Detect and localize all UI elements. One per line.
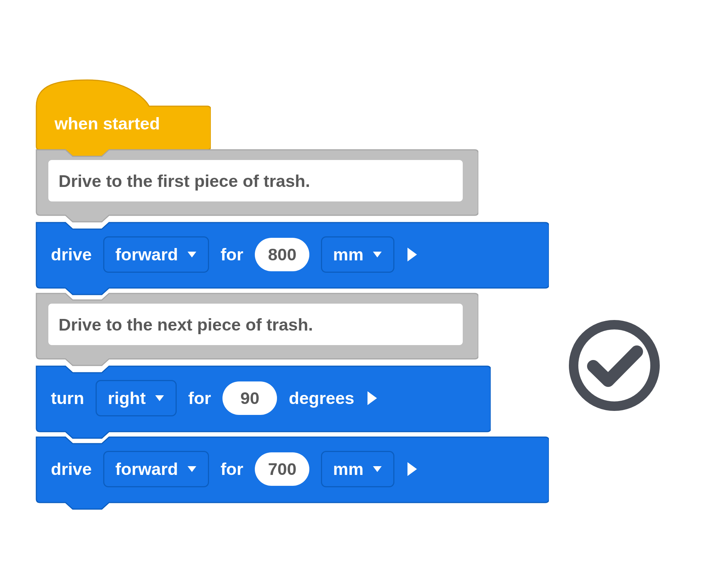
drive1-direction-value: forward [115, 244, 178, 264]
drive1-for-label: for [221, 244, 244, 264]
turn-block[interactable]: turn right for 90 degrees [33, 359, 491, 437]
dropdown-icon [372, 465, 382, 473]
stack-tail [33, 501, 549, 523]
drive2-cmd-label: drive [51, 459, 92, 479]
drive1-direction-dropdown[interactable]: forward [103, 236, 209, 273]
comment-text-1[interactable]: Drive to the first piece of trash. [47, 159, 464, 203]
dropdown-icon [154, 395, 165, 402]
turn-cmd-label: turn [51, 388, 84, 408]
drive-block-2[interactable]: drive forward for 700 mm [33, 430, 549, 508]
expand-icon[interactable] [406, 461, 419, 477]
drive2-for-label: for [221, 459, 244, 479]
drive1-value-input[interactable]: 800 [255, 238, 309, 271]
expand-icon[interactable] [366, 390, 379, 407]
turn-direction-dropdown[interactable]: right [96, 380, 176, 416]
comment-text-2[interactable]: Drive to the next piece of trash. [47, 303, 464, 346]
drive-block-1[interactable]: drive forward for 800 mm [33, 215, 549, 293]
comment-block-1[interactable]: Drive to the first piece of trash. [33, 143, 478, 223]
dropdown-icon [187, 465, 197, 473]
drive1-unit-value: mm [333, 244, 364, 264]
turn-direction-value: right [108, 388, 145, 408]
turn-degrees-label: degrees [289, 388, 354, 408]
dropdown-icon [372, 251, 382, 258]
drive2-unit-value: mm [333, 459, 364, 479]
comment-block-2[interactable]: Drive to the next piece of trash. [33, 286, 478, 366]
drive1-unit-dropdown[interactable]: mm [321, 236, 394, 273]
drive2-direction-value: forward [115, 459, 178, 479]
checkmark-icon [567, 318, 662, 413]
expand-icon[interactable] [406, 246, 419, 263]
drive2-direction-dropdown[interactable]: forward [103, 451, 209, 487]
turn-for-label: for [188, 388, 211, 408]
svg-point-0 [574, 325, 655, 406]
hat-block[interactable]: when started [33, 77, 211, 150]
drive2-unit-dropdown[interactable]: mm [321, 451, 394, 487]
block-stack: when started Drive to the first piece of… [33, 77, 549, 523]
turn-value-input[interactable]: 90 [222, 381, 277, 415]
hat-label: when started [55, 113, 160, 133]
dropdown-icon [187, 251, 197, 258]
drive1-cmd-label: drive [51, 244, 92, 264]
drive2-value-input[interactable]: 700 [255, 452, 309, 486]
